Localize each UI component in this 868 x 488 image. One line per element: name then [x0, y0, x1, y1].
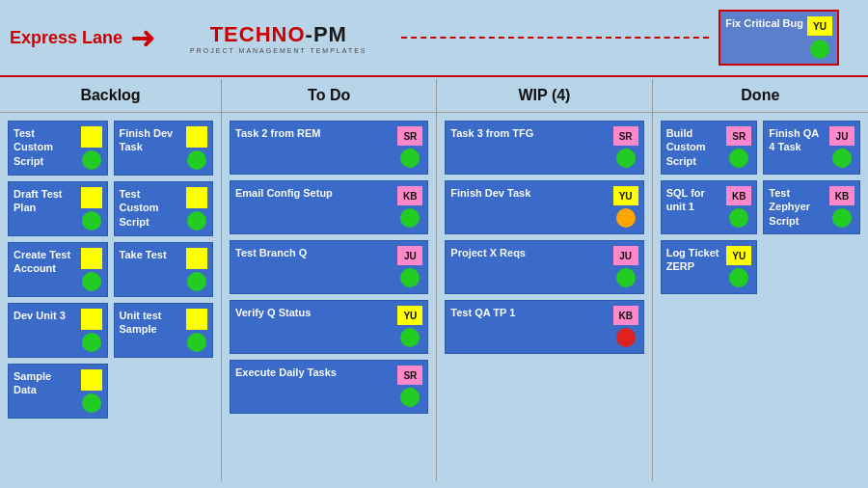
sq-yellow-icon [81, 369, 102, 391]
card-unit-test-sample[interactable]: Unit test Sample [114, 303, 214, 358]
card-test-qa-tp1[interactable]: Test QA TP 1 KB [445, 300, 643, 354]
circle-green [82, 150, 101, 170]
express-card-circle [810, 40, 829, 59]
express-dashed-line [401, 37, 710, 39]
express-lane-label: Express Lane [10, 28, 122, 48]
circle-green [832, 208, 852, 228]
express-card-right: YU [807, 16, 832, 59]
card-test-custom-script-2[interactable]: Test Custom Script [114, 181, 214, 236]
logo-text: TECHNO-PM [210, 22, 347, 47]
card-sql-for-unit1[interactable]: SQL for unit 1 KB [661, 180, 758, 234]
sq-yellow-icon [186, 248, 207, 269]
card-create-test-account[interactable]: Create Test Account [8, 242, 108, 297]
circle-green [400, 328, 420, 347]
column-bodies: Test Custom Script Draft Test Plan [0, 113, 868, 481]
badge-sr: SR [397, 366, 422, 385]
sq-yellow-icon [186, 126, 207, 148]
card-sample-data[interactable]: Sample Data [8, 364, 108, 419]
circle-green [729, 149, 748, 168]
card-test-branch-q[interactable]: Test Branch Q JU [230, 240, 428, 294]
circle-green [832, 149, 852, 168]
backlog-inner: Test Custom Script Draft Test Plan [8, 121, 213, 419]
col-backlog: Test Custom Script Draft Test Plan [0, 113, 222, 481]
circle-orange [616, 208, 636, 228]
card-dev-unit-3[interactable]: Dev Unit 3 [8, 303, 108, 358]
col-header-wip: WIP (4) [437, 79, 652, 112]
circle-green [400, 149, 420, 168]
card-finish-dev-task-wip[interactable]: Finish Dev Task YU [445, 180, 643, 234]
badge-ju: JU [613, 246, 638, 265]
kanban-board: Backlog To Do WIP (4) Done Test Custom S… [0, 79, 868, 488]
badge-kb: KB [726, 186, 751, 205]
circle-green [82, 272, 101, 291]
card-build-custom-script[interactable]: Build Custom Script SR [661, 121, 758, 175]
circle-green [187, 272, 206, 291]
circle-green [187, 211, 206, 230]
express-card-badge: YU [807, 16, 832, 36]
circle-green [82, 393, 101, 413]
circle-green [187, 333, 206, 352]
card-finish-dev-task[interactable]: Finish Dev Task [114, 121, 214, 176]
circle-green [616, 268, 636, 287]
badge-kb: KB [397, 186, 422, 205]
express-card-fix-critical-bug[interactable]: Fix Critical Bug YU [719, 10, 839, 66]
badge-ju: JU [829, 126, 854, 146]
card-draft-test-plan[interactable]: Draft Test Plan [8, 181, 108, 236]
logo: TECHNO-PM PROJECT MANAGEMENT TEMPLATES [176, 17, 381, 59]
col-header-todo: To Do [222, 79, 437, 112]
sq-yellow-icon [81, 248, 102, 269]
card-project-x-reqs[interactable]: Project X Reqs JU [445, 240, 643, 294]
card-execute-daily-tasks[interactable]: Execute Daily Tasks SR [230, 360, 428, 414]
circle-green [82, 211, 101, 230]
sq-yellow-icon [81, 187, 102, 208]
circle-green [400, 268, 420, 287]
badge-sr: SR [726, 126, 751, 146]
card-verify-q-status[interactable]: Verify Q Status YU [230, 300, 428, 354]
sq-yellow-icon [81, 126, 102, 148]
card-task2-from-rem[interactable]: Task 2 from REM SR [230, 121, 428, 175]
badge-sr: SR [397, 126, 422, 146]
express-lane-arrow-icon: ➜ [130, 19, 156, 56]
card-task3-from-tfg[interactable]: Task 3 from TFG SR [445, 121, 643, 175]
backlog-col-1: Test Custom Script Draft Test Plan [8, 121, 108, 419]
badge-yu: YU [613, 186, 638, 205]
badge-kb: KB [613, 306, 638, 325]
badge-kb: KB [829, 186, 854, 205]
logo-sub: PROJECT MANAGEMENT TEMPLATES [190, 47, 366, 54]
sq-yellow-icon [186, 187, 207, 208]
circle-green [400, 388, 420, 407]
col-wip: Task 3 from TFG SR Finish Dev Task YU Pr… [437, 113, 652, 481]
col-header-done: Done [653, 79, 868, 112]
card-finish-qa4-task[interactable]: Finish QA 4 Task JU [763, 121, 860, 175]
badge-ju: JU [397, 246, 422, 265]
card-email-config-setup[interactable]: Email Config Setup KB [230, 180, 428, 234]
express-lane: Express Lane ➜ TECHNO-PM PROJECT MANAGEM… [0, 0, 868, 77]
circle-green [187, 150, 206, 170]
badge-yu: YU [397, 306, 422, 325]
card-log-ticket-zerp[interactable]: Log Ticket ZERP YU [661, 240, 758, 294]
express-card-text: Fix Critical Bug [725, 16, 803, 30]
card-test-zephyer-script[interactable]: Test Zephyer Script KB [763, 180, 860, 234]
circle-red [616, 328, 636, 347]
badge-sr: SR [613, 126, 638, 146]
card-take-test[interactable]: Take Test [114, 242, 214, 297]
col-header-backlog: Backlog [0, 79, 222, 112]
circle-green [400, 208, 420, 228]
col-done: Build Custom Script SR Finish QA 4 Task … [653, 113, 868, 481]
circle-green [82, 333, 101, 352]
backlog-col-2: Finish Dev Task Test Custom Script [114, 121, 214, 419]
col-todo: Task 2 from REM SR Email Config Setup KB… [222, 113, 437, 481]
circle-green [616, 149, 636, 168]
badge-yu: YU [726, 246, 751, 265]
column-headers: Backlog To Do WIP (4) Done [0, 79, 868, 113]
card-test-custom-script-1[interactable]: Test Custom Script [8, 121, 108, 176]
sq-yellow-icon [186, 309, 207, 330]
circle-green [729, 208, 748, 228]
circle-green [729, 268, 748, 287]
sq-yellow-icon [81, 309, 102, 330]
